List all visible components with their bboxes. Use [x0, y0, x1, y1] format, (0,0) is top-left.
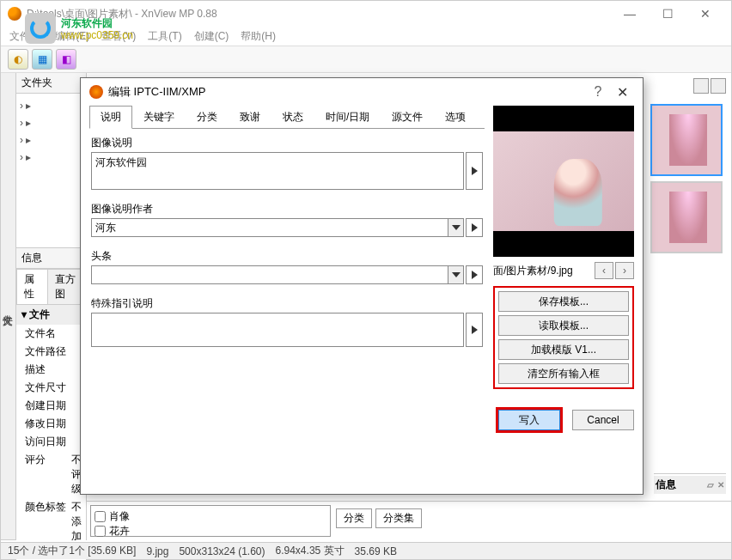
input-image-caption[interactable]: 河东软件园: [91, 152, 464, 190]
menu-tools[interactable]: 工具(T): [148, 29, 181, 44]
author-dropdown-button[interactable]: [448, 218, 464, 237]
caption-insert-button[interactable]: [466, 152, 483, 190]
template-button-group: 保存模板... 读取模板... 加载模版 V1... 清空所有输入框: [493, 286, 634, 389]
iptc-dialog: 编辑 IPTC-IIM/XMP ? ✕ 说明 关键字 分类 致谢 状态 时间/日…: [80, 77, 644, 495]
menu-create[interactable]: 创建(C): [194, 29, 229, 44]
statusbar: 15个 / 选中了1个 [35.69 KB] 9.jpg 500x313x24 …: [1, 542, 731, 559]
view-toggles: [693, 78, 726, 94]
folder-tree[interactable]: › ▸ › ▸ › ▸ › ▸: [16, 94, 86, 248]
status-selection: 15个 / 选中了1个 [35.69 KB]: [8, 544, 136, 558]
tab-credits[interactable]: 致谢: [229, 106, 271, 129]
side-tab-folders[interactable]: 文件夹: [0, 73, 15, 540]
keyword-checklist: 肖像 花卉: [90, 505, 331, 537]
info-panel-header: 信息: [16, 248, 86, 269]
label-classify-set[interactable]: 分类集: [375, 508, 422, 528]
tab-datetime[interactable]: 时间/日期: [314, 106, 381, 129]
tab-status[interactable]: 状态: [271, 106, 314, 129]
special-insert-button[interactable]: [466, 313, 483, 347]
tab-caption[interactable]: 说明: [89, 106, 132, 129]
status-filename: 9.jpg: [146, 545, 168, 557]
save-template-button[interactable]: 保存模板...: [498, 291, 629, 312]
dialog-title-text: 编辑 IPTC-IIM/XMP: [108, 84, 586, 100]
folders-panel-header: 文件夹: [16, 73, 86, 94]
preview-path: 面/图片素材/9.jpg: [493, 264, 593, 278]
tab-keywords[interactable]: 关键字: [132, 106, 186, 129]
tab-options[interactable]: 选项: [434, 106, 477, 129]
info-label: 信息: [21, 251, 42, 265]
toolbar: ◐ ▦ ◧: [1, 46, 731, 73]
dialog-titlebar: 编辑 IPTC-IIM/XMP ? ✕: [81, 78, 643, 106]
preview-image: [493, 106, 634, 257]
info-key-created: 创建日期: [16, 399, 66, 413]
file-group-header[interactable]: ▾ 文件: [16, 305, 86, 325]
dialog-close-button[interactable]: ✕: [610, 84, 634, 100]
info-key-path: 文件路径: [16, 344, 66, 359]
tab-categories[interactable]: 分类: [186, 106, 229, 129]
dialog-app-icon: [89, 85, 103, 99]
maximize-button[interactable]: ☐: [649, 2, 686, 26]
headline-insert-button[interactable]: [466, 265, 483, 284]
info-key-rating: 评分: [16, 453, 66, 496]
watermark-url: www.pc0359.cn: [61, 29, 133, 41]
label-headline: 头条: [91, 247, 483, 265]
input-caption-author[interactable]: [91, 218, 448, 237]
info-key-accessed: 访问日期: [16, 435, 66, 449]
next-image-button[interactable]: ›: [615, 262, 634, 279]
toolbar-icon-2[interactable]: ▦: [32, 49, 52, 70]
info-key-modified: 修改日期: [16, 417, 66, 431]
info-key-filename: 文件名: [16, 326, 66, 341]
label-image-caption: 图像说明: [91, 134, 483, 152]
thumbnail-selected[interactable]: [650, 104, 723, 176]
dock-out-icon[interactable]: ▱: [707, 480, 714, 490]
checkbox-portrait[interactable]: [95, 511, 106, 522]
load-template-button[interactable]: 读取模板...: [498, 315, 629, 336]
tab-attributes[interactable]: 属性: [16, 269, 48, 304]
status-filesize: 35.69 KB: [355, 545, 397, 557]
tab-source[interactable]: 源文件: [381, 106, 434, 129]
prev-image-button[interactable]: ‹: [595, 262, 613, 279]
dialog-tabs: 说明 关键字 分类 致谢 状态 时间/日期 源文件 选项: [89, 106, 485, 129]
headline-dropdown-button[interactable]: [448, 265, 464, 284]
write-button[interactable]: 写入: [498, 410, 560, 430]
input-special[interactable]: [91, 313, 464, 347]
status-size-inch: 6.94x4.35 英寸: [276, 544, 345, 558]
site-logo: [25, 13, 56, 44]
status-dimensions: 500x313x24 (1.60): [179, 545, 265, 557]
input-headline[interactable]: [91, 265, 448, 284]
side-tabs: 文件夹 收藏夹 分类过滤器: [1, 73, 16, 540]
label-special: 特殊指引说明: [91, 295, 483, 313]
dialog-help-button[interactable]: ?: [586, 84, 610, 100]
cancel-button[interactable]: Cancel: [572, 410, 634, 430]
dock-close-icon[interactable]: ✕: [717, 480, 724, 490]
checkbox-flower[interactable]: [95, 526, 106, 537]
close-button[interactable]: ✕: [686, 2, 724, 26]
author-insert-button[interactable]: [466, 218, 483, 237]
toolbar-icon-3[interactable]: ◧: [56, 49, 76, 70]
thumbnail[interactable]: [650, 181, 723, 253]
view-toggle-1[interactable]: [693, 78, 709, 94]
app-icon: [8, 7, 21, 21]
minimize-button[interactable]: —: [611, 2, 649, 26]
info-key-size: 文件尺寸: [16, 380, 66, 395]
info-key-desc: 描述: [16, 362, 66, 377]
label-classify[interactable]: 分类: [336, 508, 372, 528]
view-toggle-2[interactable]: [711, 78, 726, 94]
info-body: ▾ 文件 文件名 文件路径 描述 文件尺寸 创建日期 修改日期 访问日期 评分不…: [16, 305, 86, 560]
label-caption-author: 图像说明作者: [91, 200, 483, 218]
info-dock-header: 信息 ▱✕: [654, 476, 726, 494]
menu-help[interactable]: 帮助(H): [241, 29, 276, 44]
load-template-v1-button[interactable]: 加载模版 V1...: [498, 339, 629, 360]
toolbar-icon-1[interactable]: ◐: [8, 49, 28, 70]
watermark: 河东软件园 www.pc0359.cn: [25, 13, 133, 44]
clear-all-button[interactable]: 清空所有输入框: [498, 363, 629, 384]
watermark-text: 河东软件园: [61, 17, 113, 29]
folders-label: 文件夹: [21, 76, 52, 90]
